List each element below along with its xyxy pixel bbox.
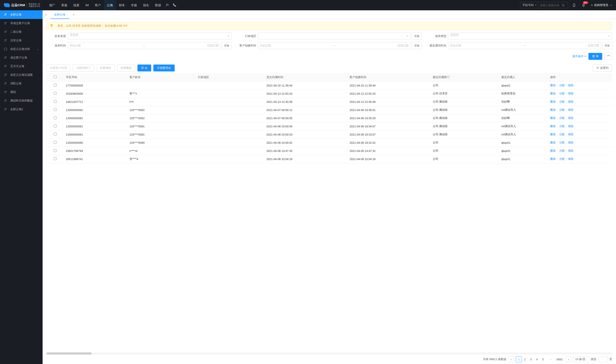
- op-claim[interactable]: 领取: [568, 116, 574, 120]
- assign-manager-button[interactable]: 分配客户经理: [46, 65, 71, 71]
- user-menu[interactable]: 机构管理员: [590, 3, 614, 7]
- daterange-last-call[interactable]: 开始日期~结束日期: [448, 42, 601, 49]
- sidebar-item-7[interactable]: 自定义公海过滤器: [0, 71, 43, 79]
- select-source[interactable]: 请选择: [67, 33, 232, 39]
- row-checkbox[interactable]: [54, 125, 57, 127]
- row-checkbox[interactable]: [54, 116, 57, 119]
- batch-delete-button[interactable]: 批量删除: [117, 65, 135, 71]
- row-checkbox[interactable]: [54, 149, 57, 152]
- batch-claim-button[interactable]: 批量领取: [96, 65, 115, 71]
- op-claim[interactable]: 领取: [568, 141, 574, 144]
- op-assign[interactable]: 分配: [559, 84, 565, 87]
- tab-add-icon[interactable]: +: [69, 13, 78, 17]
- op-claim[interactable]: 领取: [568, 125, 574, 128]
- search-type-select[interactable]: 手机号码: [520, 2, 538, 8]
- page-2[interactable]: 2: [522, 356, 528, 362]
- search-icon[interactable]: [562, 4, 568, 7]
- sidebar-item-10[interactable]: 测试昨日回库数据: [0, 96, 43, 105]
- nav-item-3[interactable]: IM: [82, 0, 92, 10]
- op-delete[interactable]: 删除: [550, 125, 556, 128]
- refresh-button[interactable]: [604, 53, 612, 60]
- nav-item-7[interactable]: 学服: [128, 0, 140, 10]
- nav-item-5[interactable]: 公海: [104, 0, 116, 10]
- sidebar-item-6[interactable]: 五月天公海: [0, 62, 43, 71]
- page-3[interactable]: 3: [528, 356, 534, 362]
- op-delete[interactable]: 删除: [550, 116, 556, 120]
- row-checkbox[interactable]: [54, 84, 57, 87]
- op-delete[interactable]: 删除: [550, 84, 556, 87]
- export-button[interactable]: 导 出: [137, 65, 151, 71]
- jump-input[interactable]: [598, 356, 608, 362]
- export-plain-button[interactable]: 不加密导出: [153, 65, 175, 71]
- tab-list-icon[interactable]: [44, 13, 50, 16]
- op-delete[interactable]: 删除: [550, 108, 556, 111]
- op-claim[interactable]: 领取: [568, 108, 574, 111]
- op-assign[interactable]: 分配: [559, 125, 565, 128]
- op-assign[interactable]: 分配: [559, 116, 565, 120]
- row-checkbox[interactable]: [54, 92, 57, 95]
- select-region[interactable]: [258, 33, 411, 39]
- op-assign[interactable]: 分配: [559, 141, 565, 144]
- op-claim[interactable]: 领取: [568, 133, 574, 136]
- expand-filters-link[interactable]: 展开条件: [572, 54, 587, 58]
- device-icon[interactable]: [571, 2, 578, 9]
- horizontal-scrollbar[interactable]: [46, 352, 612, 354]
- op-assign[interactable]: 分配: [559, 149, 565, 152]
- sidebar-item-0[interactable]: 全部公海: [0, 10, 43, 19]
- page-next[interactable]: ›: [565, 356, 571, 362]
- daterange-abandon[interactable]: 开始日期~结束日期: [67, 42, 220, 49]
- phone-icon[interactable]: [171, 2, 178, 9]
- search-input[interactable]: [538, 2, 562, 8]
- assign-dept-button[interactable]: 分配到部门: [73, 65, 94, 71]
- empty-region-button[interactable]: 空值: [412, 33, 422, 39]
- nav-item-8[interactable]: 报名: [140, 0, 152, 10]
- op-assign[interactable]: 分配: [559, 92, 565, 95]
- page-last[interactable]: 6882: [555, 356, 564, 362]
- op-delete[interactable]: 删除: [550, 100, 556, 103]
- sidebar-item-4[interactable]: 自定义公海分组⌄: [0, 45, 43, 53]
- sidebar-item-5[interactable]: 成交客户公海: [0, 53, 43, 62]
- page-4[interactable]: 4: [534, 356, 540, 362]
- op-delete[interactable]: 删除: [550, 141, 556, 144]
- nav-item-1[interactable]: 客服: [58, 0, 70, 10]
- empty-create-time-button[interactable]: 空值: [412, 42, 422, 49]
- op-assign[interactable]: 分配: [559, 133, 565, 136]
- row-checkbox[interactable]: [54, 157, 57, 160]
- tab-all-sea[interactable]: 全部公海: [50, 10, 69, 19]
- empty-abandon-time-button[interactable]: 空值: [222, 42, 232, 49]
- sidebar-item-3[interactable]: 注安公海: [0, 36, 43, 45]
- op-assign[interactable]: 分配: [559, 108, 565, 111]
- nav-item-4[interactable]: 客户: [92, 0, 104, 10]
- page-1[interactable]: 1: [516, 356, 522, 362]
- op-claim[interactable]: 领取: [568, 157, 574, 160]
- page-prev[interactable]: ‹: [508, 356, 514, 362]
- search-button[interactable]: 查 询: [589, 53, 602, 60]
- select-all-checkbox[interactable]: [54, 76, 57, 78]
- nav-item-9[interactable]: 数据: [152, 0, 164, 10]
- nav-item-2[interactable]: 线索: [70, 0, 82, 10]
- sidebar-item-8[interactable]: 消防公海: [0, 79, 43, 88]
- page-5[interactable]: 5: [540, 356, 546, 362]
- sidebar-item-2[interactable]: 二咨公海: [0, 27, 43, 36]
- op-assign[interactable]: 分配: [559, 157, 565, 160]
- op-claim[interactable]: 领取: [568, 149, 574, 152]
- set-columns-button[interactable]: 设置列: [592, 65, 612, 71]
- add-user-icon[interactable]: [164, 2, 171, 9]
- page-ellipsis[interactable]: ···: [548, 356, 554, 362]
- op-delete[interactable]: 删除: [550, 133, 556, 136]
- daterange-create[interactable]: 开始日期~结束日期: [258, 42, 411, 49]
- logo[interactable]: 云朵CRM 教育机构一站式服务云平台: [2, 3, 42, 7]
- select-abandon-type[interactable]: 请选择: [448, 33, 612, 39]
- op-delete[interactable]: 删除: [550, 149, 556, 152]
- op-delete[interactable]: 删除: [550, 157, 556, 160]
- nav-item-0[interactable]: 推广: [46, 0, 58, 10]
- row-checkbox[interactable]: [54, 133, 57, 136]
- sidebar-item-11[interactable]: 全部公海2: [0, 105, 43, 114]
- row-checkbox[interactable]: [54, 141, 57, 144]
- row-checkbox[interactable]: [54, 100, 57, 103]
- nav-item-6[interactable]: 财务: [116, 0, 128, 10]
- op-claim[interactable]: 领取: [568, 92, 574, 95]
- op-claim[interactable]: 领取: [568, 84, 574, 87]
- empty-last-call-button[interactable]: 空值: [602, 42, 612, 49]
- page-size-select[interactable]: 10 条/页: [573, 356, 589, 362]
